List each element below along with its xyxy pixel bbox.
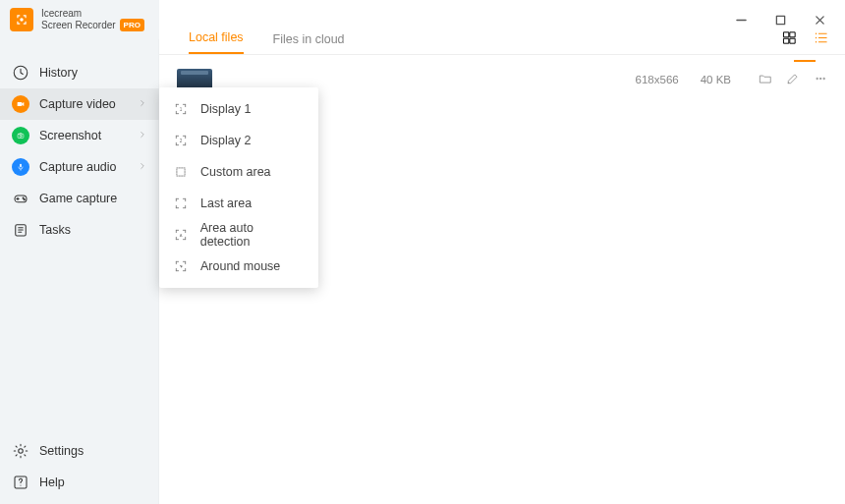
menu-item-last-area[interactable]: Last area [159,188,318,219]
svg-point-19 [819,78,820,79]
sidebar-item-help[interactable]: Help [0,467,159,498]
svg-rect-2 [18,134,24,138]
menu-item-label: Area auto detection [200,221,305,249]
app-title: Icecream Screen Recorder PRO [41,8,144,31]
capture-video-icon [12,95,29,113]
svg-rect-11 [783,31,788,36]
chevron-right-icon [138,129,147,142]
sidebar-item-settings[interactable]: Settings [0,435,159,467]
list-view-button[interactable] [812,28,829,46]
menu-item-display-2[interactable]: 2 Display 2 [159,125,318,156]
last-area-icon [173,196,189,210]
app-logo [10,8,33,31]
around-mouse-icon [173,259,189,273]
tasks-icon [12,221,29,239]
menu-item-label: Last area [200,196,252,210]
sidebar-item-label: Screenshot [39,129,101,142]
svg-point-17 [815,41,816,42]
svg-rect-4 [20,164,22,168]
menu-item-label: Display 2 [200,134,251,147]
svg-text:1: 1 [180,107,183,112]
tab-files-in-cloud[interactable]: Files in cloud [273,25,345,54]
app-name-line2: Screen Recorder [41,20,116,30]
sidebar-item-label: Capture video [39,97,116,111]
menu-item-display-1[interactable]: 1 Display 1 [159,93,318,125]
display-1-icon: 1 [173,102,189,116]
svg-text:2: 2 [180,139,183,143]
sidebar-item-screenshot[interactable]: Screenshot [0,120,159,151]
svg-rect-25 [177,168,185,176]
help-icon [12,474,29,491]
open-folder-button[interactable] [759,72,772,87]
svg-point-21 [20,18,24,22]
capture-video-menu: 1 Display 1 2 Display 2 Custom area Last… [159,87,318,288]
capture-audio-icon [12,158,29,176]
svg-point-6 [23,197,24,198]
svg-point-18 [817,78,817,79]
svg-rect-12 [790,31,795,36]
screenshot-icon [12,127,29,144]
menu-item-label: Custom area [200,165,271,179]
menu-item-around-mouse[interactable]: Around mouse [159,251,318,282]
menu-item-label: Display 1 [200,102,251,116]
sidebar-item-label: Game capture [39,192,117,205]
sidebar: History Capture video Screenshot Capture… [0,0,159,504]
sidebar-item-history[interactable]: History [0,57,159,88]
display-2-icon: 2 [173,134,189,147]
sidebar-item-tasks[interactable]: Tasks [0,214,159,246]
svg-point-15 [815,32,816,33]
history-icon [12,64,29,82]
sidebar-item-game-capture[interactable]: Game capture [0,183,159,214]
file-dimensions: 618x566 [636,74,679,85]
sidebar-item-label: Tasks [39,223,71,237]
app-name-line1: Icecream [41,8,144,19]
svg-rect-14 [790,38,795,43]
sidebar-item-label: Capture audio [39,160,117,174]
custom-area-icon [173,165,189,179]
svg-rect-1 [18,102,23,106]
menu-item-label: Around mouse [200,259,280,273]
sidebar-item-label: Settings [39,444,84,458]
svg-point-20 [823,78,824,79]
chevron-right-icon [138,97,147,111]
edit-button[interactable] [786,72,800,87]
sidebar-item-capture-video[interactable]: Capture video [0,88,159,120]
menu-item-custom-area[interactable]: Custom area [159,156,318,188]
sidebar-item-label: History [39,66,78,80]
tab-local-files[interactable]: Local files [189,23,244,54]
svg-point-16 [815,36,816,37]
grid-view-button[interactable] [780,28,798,46]
svg-text:A: A [179,233,182,238]
menu-item-area-auto-detection[interactable]: A Area auto detection [159,219,318,251]
chevron-right-icon [138,160,147,174]
gear-icon [12,442,29,460]
svg-point-7 [24,199,25,200]
tabs-row: Local files Files in cloud [159,0,845,55]
game-capture-icon [12,190,29,207]
svg-rect-13 [783,38,788,43]
svg-point-9 [19,449,24,454]
more-button[interactable] [814,72,827,87]
file-size: 40 KB [701,74,731,85]
sidebar-item-label: Help [39,476,65,489]
auto-detect-icon: A [173,228,189,242]
svg-point-3 [20,135,22,137]
sidebar-item-capture-audio[interactable]: Capture audio [0,151,159,183]
pro-badge: PRO [120,19,144,31]
